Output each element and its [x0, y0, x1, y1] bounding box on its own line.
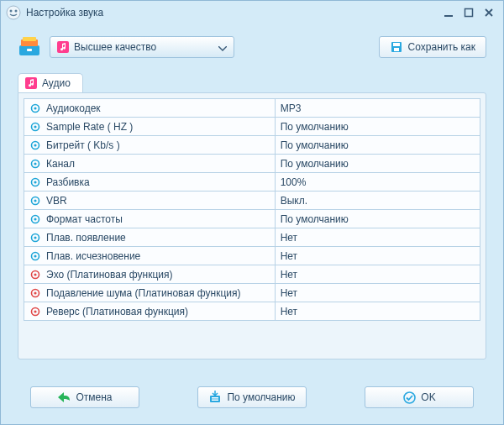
- svg-point-1: [10, 10, 13, 13]
- setting-label: Плав. исчезновение: [46, 250, 140, 262]
- setting-value: 100%: [281, 176, 307, 188]
- table-row: Эхо (Платиновая функция)Нет: [24, 265, 480, 284]
- reset-icon: [208, 391, 222, 404]
- chevron-down-icon: [218, 39, 227, 55]
- maximize-button[interactable]: [459, 5, 478, 20]
- setting-label-cell: Аудиокодек: [24, 99, 276, 118]
- setting-value-cell[interactable]: Нет: [275, 302, 480, 321]
- svg-point-17: [34, 144, 36, 146]
- setting-value: По умолчанию: [281, 121, 349, 133]
- svg-point-21: [34, 181, 36, 183]
- table-row: АудиокодекMP3: [24, 99, 480, 118]
- setting-value-cell[interactable]: Нет: [275, 247, 480, 265]
- ok-label: OK: [421, 391, 435, 403]
- setting-label-cell: Канал: [24, 155, 276, 173]
- setting-label: Формат частоты: [46, 213, 123, 225]
- setting-label: Реверс (Платиновая функция): [46, 306, 188, 317]
- table-row: Формат частотыПо умолчанию: [24, 210, 480, 228]
- setting-value-cell[interactable]: Нет: [275, 284, 480, 302]
- volume-icon: [29, 176, 41, 188]
- setting-label-cell: Плав. исчезновение: [24, 247, 276, 265]
- table-row: Реверс (Платиновая функция)Нет: [24, 302, 480, 321]
- channel-icon: [29, 158, 41, 170]
- table-row: Подавление шума (Платиновая функция)Нет: [24, 284, 480, 302]
- quality-preset-label: Высшее качество: [74, 41, 156, 53]
- svg-point-39: [404, 392, 415, 403]
- tab-audio-label: Аудио: [42, 77, 71, 89]
- minimize-button[interactable]: [439, 5, 458, 20]
- svg-point-2: [15, 10, 18, 13]
- denoise-icon: [29, 287, 41, 299]
- preset-drawer-icon: [18, 37, 41, 57]
- default-button[interactable]: По умолчанию: [197, 386, 307, 408]
- fadein-icon: [29, 232, 41, 244]
- cancel-label: Отмена: [76, 391, 112, 403]
- svg-point-15: [34, 125, 36, 128]
- setting-value-cell[interactable]: По умолчанию: [275, 136, 480, 155]
- setting-value-cell[interactable]: По умолчанию: [275, 155, 480, 173]
- svg-rect-3: [444, 15, 453, 17]
- music-note-icon: [25, 77, 37, 89]
- setting-label: Плав. появление: [46, 232, 126, 244]
- setting-value-cell[interactable]: MP3: [275, 99, 480, 118]
- titlebar: Настройка звука: [1, 1, 503, 24]
- window-title: Настройка звука: [26, 7, 438, 18]
- table-row: Sample Rate ( HZ )По умолчанию: [24, 118, 480, 136]
- save-as-button[interactable]: Сохранить как: [379, 36, 486, 58]
- table-row: Битрейт ( Kb/s )По умолчанию: [24, 136, 480, 155]
- setting-label-cell: Реверс (Платиновая функция): [24, 302, 276, 321]
- save-icon: [390, 40, 403, 54]
- setting-value-cell[interactable]: Выкл.: [275, 192, 480, 210]
- svg-rect-4: [465, 9, 473, 17]
- svg-point-33: [34, 291, 36, 294]
- setting-value-cell[interactable]: По умолчанию: [275, 118, 480, 136]
- setting-value: Нет: [281, 306, 297, 317]
- svg-rect-37: [212, 397, 218, 399]
- setting-value: По умолчанию: [281, 139, 349, 151]
- svg-rect-36: [210, 396, 220, 402]
- settings-panel: АудиокодекMP3Sample Rate ( HZ )По умолча…: [18, 92, 486, 359]
- app-icon: [6, 5, 21, 20]
- rate-icon: [29, 121, 41, 133]
- codec-icon: [29, 102, 41, 114]
- save-as-label: Сохранить как: [408, 41, 475, 53]
- svg-rect-7: [23, 37, 36, 41]
- setting-label: VBR: [46, 195, 67, 207]
- setting-label-cell: Эхо (Платиновая функция): [24, 265, 276, 284]
- setting-value-cell[interactable]: Нет: [275, 228, 480, 247]
- format-icon: [29, 213, 41, 225]
- svg-point-0: [7, 6, 20, 19]
- svg-rect-38: [212, 400, 218, 401]
- table-row: КаналПо умолчанию: [24, 155, 480, 173]
- tab-audio[interactable]: Аудио: [18, 73, 83, 92]
- quality-preset-select[interactable]: Высшее качество: [50, 36, 234, 58]
- table-row: Разбивка100%: [24, 173, 480, 192]
- setting-value-cell[interactable]: По умолчанию: [275, 210, 480, 228]
- table-row: Плав. исчезновениеНет: [24, 247, 480, 265]
- setting-label: Эхо (Платиновая функция): [46, 269, 172, 281]
- setting-value: Нет: [281, 269, 297, 281]
- svg-point-27: [34, 236, 36, 239]
- setting-value-cell[interactable]: 100%: [275, 173, 480, 192]
- cancel-button[interactable]: Отмена: [30, 386, 139, 408]
- close-button[interactable]: [480, 5, 498, 20]
- setting-label-cell: VBR: [24, 192, 276, 210]
- music-note-icon: [57, 41, 69, 53]
- table-row: Плав. появлениеНет: [24, 228, 480, 247]
- svg-rect-10: [393, 43, 400, 46]
- setting-label-cell: Подавление шума (Платиновая функция): [24, 284, 276, 302]
- check-circle-icon: [402, 391, 416, 404]
- fadeout-icon: [29, 250, 41, 262]
- setting-value-cell[interactable]: Нет: [275, 265, 480, 284]
- setting-value: Нет: [281, 232, 297, 244]
- reverse-icon: [29, 306, 41, 317]
- setting-label: Канал: [46, 158, 75, 170]
- setting-label-cell: Битрейт ( Kb/s ): [24, 136, 276, 155]
- setting-value: По умолчанию: [281, 213, 349, 225]
- svg-point-31: [34, 273, 36, 275]
- setting-value: Выкл.: [281, 195, 307, 207]
- setting-label-cell: Sample Rate ( HZ ): [24, 118, 276, 136]
- svg-rect-11: [394, 48, 399, 51]
- setting-value: По умолчанию: [281, 158, 349, 170]
- ok-button[interactable]: OK: [365, 386, 474, 408]
